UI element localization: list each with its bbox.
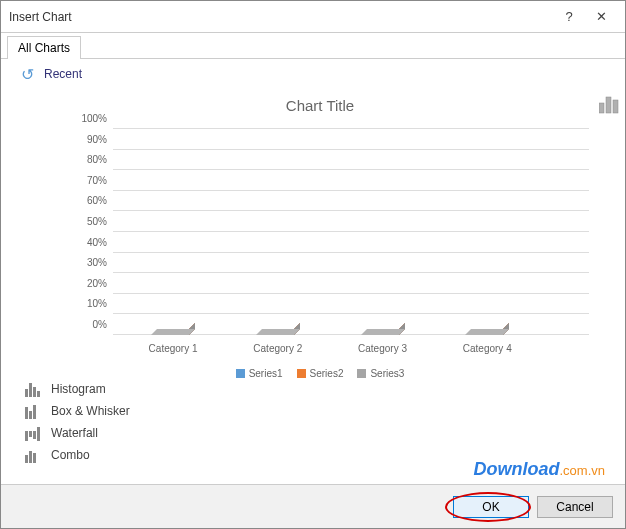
y-tick-label: 80% — [77, 154, 107, 165]
combo-icon — [25, 447, 41, 463]
category-recent[interactable]: Recent — [44, 67, 82, 81]
legend-swatch — [236, 369, 245, 378]
legend-series3: Series3 — [357, 368, 404, 379]
legend-series1: Series1 — [236, 368, 283, 379]
x-label: Category 1 — [149, 343, 198, 354]
titlebar: Insert Chart ? ✕ — [1, 1, 625, 33]
svg-rect-2 — [613, 100, 618, 113]
x-label: Category 4 — [463, 343, 512, 354]
y-tick-label: 60% — [77, 195, 107, 206]
y-tick-label: 30% — [77, 257, 107, 268]
chart-type-combo[interactable]: Combo — [25, 444, 130, 466]
svg-rect-0 — [599, 103, 604, 113]
legend-swatch — [357, 369, 366, 378]
watermark: Download.com.vn — [473, 459, 605, 480]
chart-3d-icon[interactable] — [597, 93, 619, 115]
column-3: Category 3 — [361, 129, 405, 335]
legend-label: Series3 — [370, 368, 404, 379]
y-tick-label: 0% — [77, 319, 107, 330]
window-title: Insert Chart — [9, 10, 553, 24]
y-tick-label: 10% — [77, 298, 107, 309]
y-tick-label: 20% — [77, 277, 107, 288]
chart-type-histogram[interactable]: Histogram — [25, 378, 130, 400]
dialog-footer: OK Cancel — [1, 484, 625, 528]
x-label: Category 2 — [253, 343, 302, 354]
chart-type-waterfall[interactable]: Waterfall — [25, 422, 130, 444]
legend-series2: Series2 — [297, 368, 344, 379]
chart-plot: 0%10%20%30%40%50%60%70%80%90%100%Categor… — [113, 129, 589, 335]
legend-label: Series1 — [249, 368, 283, 379]
svg-rect-1 — [606, 97, 611, 113]
chart-type-list: Histogram Box & Whisker Waterfall Combo — [25, 378, 130, 466]
chart-type-box-whisker[interactable]: Box & Whisker — [25, 400, 130, 422]
histogram-icon — [25, 381, 41, 397]
waterfall-icon — [25, 425, 41, 441]
chart-preview[interactable]: Chart Title 0%10%20%30%40%50%60%70%80%90… — [41, 93, 599, 383]
y-tick-label: 50% — [77, 216, 107, 227]
y-tick-label: 90% — [77, 133, 107, 144]
close-button[interactable]: ✕ — [585, 9, 617, 24]
y-tick-label: 40% — [77, 236, 107, 247]
column-1: Category 1 — [151, 129, 195, 335]
y-tick-label: 70% — [77, 174, 107, 185]
tab-all-charts[interactable]: All Charts — [7, 36, 81, 59]
ok-button[interactable]: OK — [453, 496, 529, 518]
column-2: Category 2 — [256, 129, 300, 335]
legend-swatch — [297, 369, 306, 378]
x-label: Category 3 — [358, 343, 407, 354]
column-4: Category 4 — [465, 129, 509, 335]
cancel-button[interactable]: Cancel — [537, 496, 613, 518]
legend-label: Series2 — [310, 368, 344, 379]
box-whisker-icon — [25, 403, 41, 419]
help-button[interactable]: ? — [553, 9, 585, 24]
recent-icon: ↺ — [21, 65, 34, 84]
tab-strip: All Charts — [1, 33, 625, 59]
chart-title: Chart Title — [41, 93, 599, 122]
chart-category-row: ↺ Recent — [1, 59, 625, 89]
y-tick-label: 100% — [77, 113, 107, 124]
